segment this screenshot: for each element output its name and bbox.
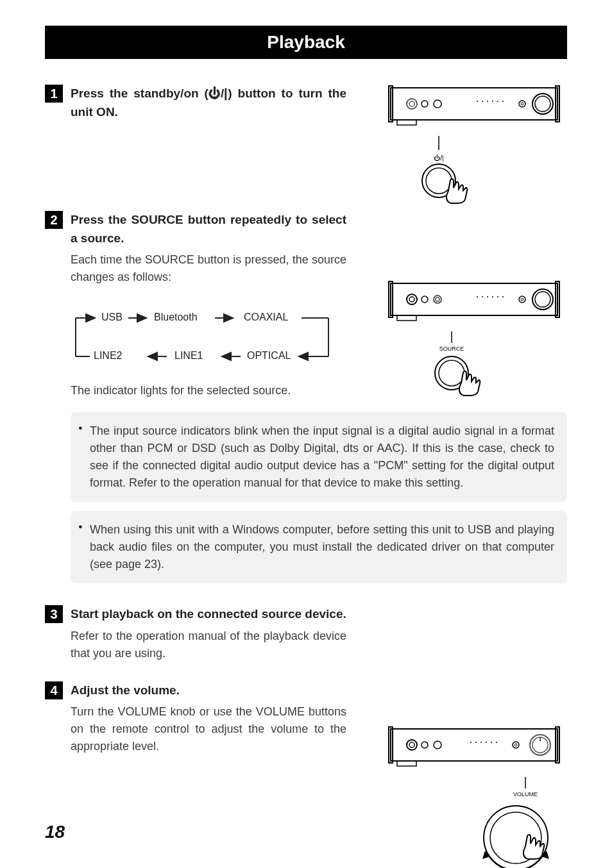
flow-optical: OPTICAL <box>247 350 291 362</box>
flow-line2: LINE2 <box>94 350 122 362</box>
svg-point-74 <box>513 742 519 748</box>
svg-point-64 <box>407 740 417 750</box>
step-2-heading: Press the SOURCE button repeatedly to se… <box>71 211 346 247</box>
power-symbol-label: ⏻/| <box>434 154 443 162</box>
svg-point-30 <box>477 296 478 297</box>
step-1: 1 Press the standby/on (⏻/ǀ) button to t… <box>45 85 567 121</box>
step-number-2: 2 <box>45 211 63 229</box>
svg-point-25 <box>407 294 417 305</box>
flow-line1: LINE1 <box>174 350 203 362</box>
svg-marker-49 <box>137 314 146 322</box>
note-usb-driver: When using this unit with a Windows comp… <box>71 511 567 583</box>
svg-text:VOLUME: VOLUME <box>513 791 538 797</box>
svg-marker-59 <box>148 353 157 360</box>
svg-point-39 <box>535 292 550 307</box>
svg-point-31 <box>482 296 483 297</box>
svg-point-43 <box>439 360 464 386</box>
svg-point-32 <box>487 296 488 297</box>
step-4-text: Turn the VOLUME knob or use the VOLUME b… <box>71 703 346 755</box>
svg-point-67 <box>434 741 441 749</box>
svg-point-26 <box>409 297 414 302</box>
step-4-heading: Adjust the volume. <box>71 681 346 700</box>
flow-coaxial: COAXIAL <box>244 312 288 323</box>
step-3-text: Refer to the operation manual of the pla… <box>71 628 346 662</box>
svg-point-65 <box>409 742 414 747</box>
power-button-closeup: ⏻/| <box>387 136 561 206</box>
svg-point-72 <box>491 742 492 743</box>
step-1-heading: Press the standby/on (⏻/ǀ) button to tur… <box>71 85 346 121</box>
figure-step2-source: SOURCE <box>387 280 567 408</box>
svg-point-75 <box>514 744 517 746</box>
svg-point-73 <box>496 742 497 743</box>
page-number: 18 <box>45 822 65 842</box>
source-button-closeup: SOURCE <box>387 331 561 408</box>
step-3-heading: Start playback on the connected source d… <box>71 605 346 624</box>
svg-marker-55 <box>299 353 308 360</box>
svg-point-66 <box>421 742 428 748</box>
section-title: Playback <box>45 26 567 59</box>
svg-point-20 <box>426 168 452 194</box>
svg-point-70 <box>480 742 482 743</box>
flow-bluetooth: Bluetooth <box>154 312 198 323</box>
svg-point-28 <box>434 296 441 303</box>
step-number-4: 4 <box>45 681 63 699</box>
svg-point-27 <box>421 296 428 303</box>
step-2: 2 Press the SOURCE button repeatedly to … <box>45 211 567 286</box>
step1-heading-pre: Press the standby/on ( <box>71 87 208 100</box>
svg-point-33 <box>492 296 493 297</box>
step-2-after: The indicator lights for the selected so… <box>71 382 372 399</box>
power-icon: ⏻/ǀ <box>208 87 228 100</box>
source-flow-diagram: USB Bluetooth COAXIAL LINE2 LINE1 OPTICA… <box>71 305 340 369</box>
svg-point-38 <box>532 289 553 310</box>
step-3: 3 Start playback on the connected source… <box>45 605 567 662</box>
svg-point-29 <box>436 297 439 301</box>
svg-point-71 <box>486 742 487 743</box>
device-front-volume <box>387 726 561 771</box>
svg-point-69 <box>475 742 477 743</box>
svg-point-34 <box>497 296 498 297</box>
svg-point-35 <box>502 296 504 297</box>
step-number-1: 1 <box>45 85 63 103</box>
svg-text:SOURCE: SOURCE <box>439 346 464 352</box>
volume-knob-closeup: VOLUME MIN MAX <box>387 777 561 868</box>
device-front-source <box>387 280 561 325</box>
svg-point-36 <box>519 296 525 303</box>
svg-marker-46 <box>86 314 95 322</box>
flow-usb: USB <box>101 312 123 323</box>
step-2-text: Each time the SOURCE button is pressed, … <box>71 251 346 286</box>
note-pcm: The input source indicators blink when t… <box>71 412 567 502</box>
svg-marker-51 <box>224 314 233 322</box>
svg-marker-57 <box>222 353 231 360</box>
svg-rect-24 <box>397 315 416 321</box>
svg-rect-63 <box>397 761 416 766</box>
step-number-3: 3 <box>45 605 63 623</box>
figure-step4-volume: VOLUME MIN MAX <box>387 726 567 868</box>
svg-point-68 <box>470 742 472 743</box>
svg-point-37 <box>521 298 523 301</box>
